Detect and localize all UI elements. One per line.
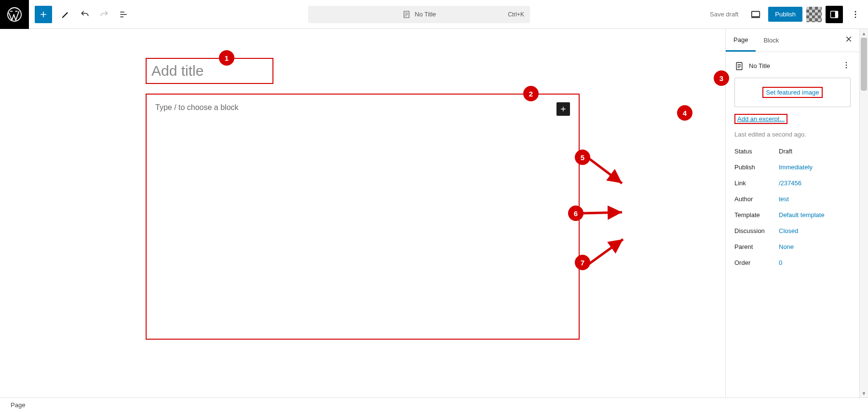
svg-point-11 (846, 67, 847, 68)
meta-label: Link (734, 179, 779, 187)
meta-label: Status (734, 148, 779, 155)
post-title-input[interactable]: Add title (146, 58, 273, 84)
last-edited-text: Last edited a second ago. (734, 131, 851, 138)
add-block-button[interactable] (556, 102, 570, 116)
publish-button[interactable]: Publish (768, 7, 802, 22)
meta-row-template: TemplateDefault template (734, 211, 851, 219)
page-scrollbar[interactable]: ▲ ▼ (859, 29, 868, 398)
meta-label: Discussion (734, 227, 779, 234)
settings-sidebar-toggle[interactable] (826, 6, 843, 23)
preview-button[interactable] (747, 6, 764, 23)
document-title-bar: No Title Ctrl+K (133, 6, 705, 23)
meta-value[interactable]: 0 (779, 259, 782, 266)
close-sidebar-button[interactable] (838, 30, 859, 50)
tab-page[interactable]: Page (726, 29, 756, 52)
plus-icon (39, 10, 48, 19)
annotation-arrow-5 (583, 153, 627, 192)
sidebar-document-summary: No Title (734, 61, 851, 71)
annotation-arrow-7 (584, 236, 628, 270)
editor-main: Add title Type / to choose a block Page … (0, 29, 868, 398)
more-options-button[interactable] (847, 6, 864, 23)
tools-pen-button[interactable] (56, 5, 75, 24)
svg-rect-4 (835, 11, 838, 17)
add-excerpt-link[interactable]: Add an excerpt... (734, 114, 787, 124)
settings-sidebar: Page Block No Title Set featured image A… (725, 29, 859, 398)
top-right-tools: Save draft Publish (705, 6, 868, 23)
command-shortcut: Ctrl+K (508, 11, 524, 18)
meta-label: Order (734, 259, 779, 266)
meta-label: Author (734, 195, 779, 203)
editor-topbar: No Title Ctrl+K Save draft Publish (0, 0, 868, 29)
svg-point-7 (855, 16, 856, 18)
content-placeholder: Type / to choose a block (155, 103, 239, 111)
meta-label: Parent (734, 243, 779, 250)
meta-value[interactable]: Closed (779, 227, 798, 234)
set-featured-image-link[interactable]: Set featured image (762, 87, 823, 98)
svg-point-5 (855, 11, 856, 12)
meta-row-discussion: DiscussionClosed (734, 227, 851, 234)
meta-value[interactable]: test (779, 195, 789, 203)
top-left-tools (29, 5, 133, 24)
meta-value[interactable]: /237456 (779, 179, 801, 187)
meta-row-link: Link/237456 (734, 179, 851, 187)
sidebar-icon (829, 10, 839, 19)
device-icon (750, 9, 761, 20)
wordpress-icon (7, 7, 22, 22)
editor-canvas: Add title Type / to choose a block (146, 29, 580, 340)
document-title-text: No Title (415, 11, 436, 18)
meta-value: Draft (779, 148, 792, 155)
more-vertical-icon (842, 61, 851, 69)
scroll-down-arrow[interactable]: ▼ (860, 389, 868, 398)
save-draft-button[interactable]: Save draft (705, 8, 743, 21)
meta-row-order: Order0 (734, 259, 851, 266)
svg-point-10 (846, 65, 847, 66)
post-title-placeholder: Add title (151, 63, 203, 79)
sidebar-tabs: Page Block (726, 29, 859, 52)
breadcrumb-text: Page (11, 401, 25, 409)
page-attributes-list: StatusDraftPublishImmediatelyLink/237456… (734, 148, 851, 266)
command-center-button[interactable]: No Title Ctrl+K (308, 6, 530, 23)
meta-row-author: Authortest (734, 195, 851, 203)
block-inserter-button[interactable] (35, 6, 52, 23)
meta-label: Publish (734, 164, 779, 171)
page-icon (402, 10, 411, 19)
redo-button[interactable] (95, 5, 114, 24)
tab-block[interactable]: Block (756, 30, 787, 51)
undo-icon (80, 10, 90, 19)
list-icon (119, 10, 128, 19)
svg-rect-2 (752, 11, 760, 16)
meta-row-parent: ParentNone (734, 243, 851, 250)
sidebar-panel-body: No Title Set featured image Add an excer… (726, 52, 859, 275)
meta-row-status: StatusDraft (734, 148, 851, 155)
meta-value[interactable]: Default template (779, 211, 825, 219)
document-overview-button[interactable] (114, 5, 133, 24)
meta-value[interactable]: Immediately (779, 164, 813, 171)
page-icon (734, 61, 744, 71)
editor-footer: Page (0, 398, 868, 412)
svg-point-6 (855, 14, 856, 15)
undo-button[interactable] (75, 5, 95, 24)
close-icon (845, 35, 853, 43)
scrollbar-thumb[interactable] (861, 38, 867, 91)
meta-row-publish: PublishImmediately (734, 164, 851, 171)
sidebar-doc-title: No Title (749, 62, 770, 69)
more-vertical-icon (851, 10, 860, 19)
featured-image-panel[interactable]: Set featured image (734, 78, 851, 107)
wordpress-logo[interactable] (0, 0, 29, 29)
plus-icon (559, 105, 567, 113)
user-avatar[interactable] (806, 7, 822, 22)
document-actions-button[interactable] (842, 61, 851, 71)
meta-value[interactable]: None (779, 243, 794, 250)
post-content-area[interactable]: Type / to choose a block (146, 94, 580, 340)
scroll-up-arrow[interactable]: ▲ (860, 29, 868, 38)
redo-icon (99, 10, 109, 19)
meta-label: Template (734, 211, 779, 219)
svg-point-9 (846, 62, 847, 63)
annotation-arrow-6 (578, 207, 626, 222)
pen-icon (61, 10, 70, 19)
